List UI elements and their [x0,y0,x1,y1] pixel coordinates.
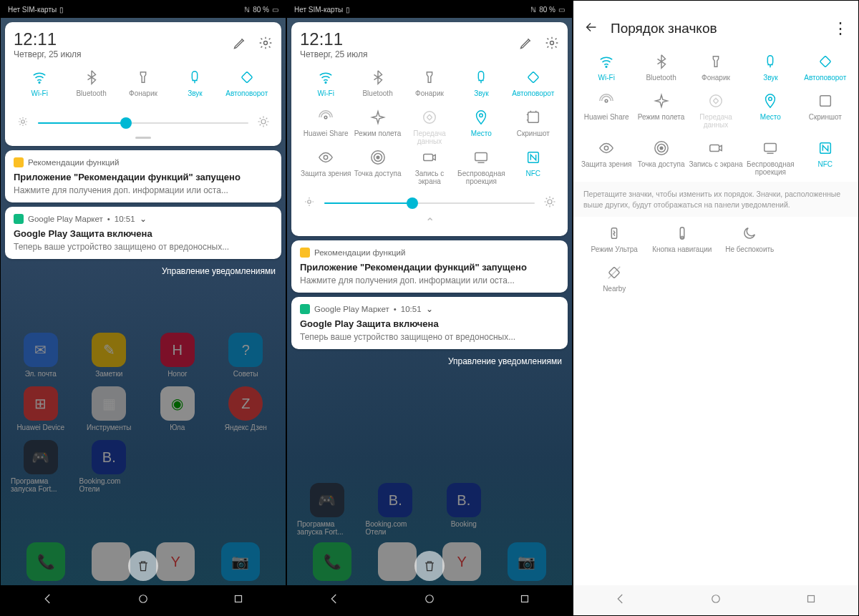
sim-status: Нет SIM-карты [8,6,57,14]
tile-screenshot[interactable]: Скриншот [798,93,853,129]
nav-home-icon[interactable] [709,592,722,608]
qs-nfc[interactable]: NFC [508,150,559,185]
tile-airplane[interactable]: Режим полета [634,93,688,129]
svg-point-12 [480,114,483,117]
svg-point-22 [548,200,552,204]
more-icon[interactable]: ⋮ [833,19,848,38]
tile-screenrec[interactable]: Запись с экрана [689,140,743,176]
tile-cast[interactable]: Беспроводная проекция [743,140,797,176]
qs-huawei-share[interactable]: Huawei Share [300,109,351,145]
qs-autorotate[interactable]: Автоповорот [221,69,273,105]
qs-screenrec[interactable]: Запись с экрана [404,150,455,185]
notif-title: Google Play Защита включена [14,228,273,239]
qs-bluetooth[interactable]: Bluetooth [65,69,117,105]
brightness-high-icon [543,195,556,211]
qs-eye-protect[interactable]: Защита зрения [300,150,351,185]
tile-flashlight[interactable]: Фонарик [689,54,743,82]
nav-back-icon[interactable] [42,592,54,608]
edit-icon[interactable] [519,36,533,53]
sim-icon: ▯ [59,6,64,14]
qs-flashlight[interactable]: Фонарик [404,69,455,105]
qs-sound[interactable]: Звук [169,69,220,105]
navigation-bar [1,585,286,615]
svg-rect-35 [710,145,719,151]
tile-location[interactable]: Место [743,93,797,129]
manage-notifications-link[interactable]: Управление уведомлениями [1,263,286,279]
nav-back-icon[interactable] [328,592,341,608]
tile-huawei-share[interactable]: Huawei Share [579,93,634,129]
svg-point-25 [606,66,607,67]
tile-dnd[interactable]: Не беспокоить [716,225,784,253]
notif-app-name: Google Play Маркет [28,215,103,223]
tile-ultra[interactable]: Режим Ультра [581,225,649,253]
qs-bluetooth[interactable]: Bluetooth [351,69,403,105]
nav-recent-icon[interactable] [232,592,245,608]
qs-sound[interactable]: Звук [455,69,507,105]
date-label: Четверг, 25 июля [300,49,368,59]
navigation-bar [573,585,858,615]
tile-nfc[interactable]: NFC [798,140,853,176]
edit-icon[interactable] [233,36,247,53]
tile-autorotate[interactable]: Автоповорот [798,54,853,82]
qs-flashlight[interactable]: Фонарик [117,69,169,105]
notif-app-name: Рекомендации функций [28,158,119,167]
gear-icon[interactable] [545,36,559,53]
back-icon[interactable] [583,19,599,38]
collapse-handle[interactable] [135,137,151,139]
svg-rect-26 [820,56,831,67]
nav-home-icon[interactable] [137,592,150,608]
nfc-icon: ℕ [244,6,250,14]
svg-point-8 [325,82,326,83]
qs-location[interactable]: Место [455,109,507,145]
page-title: Порядок значков [611,21,821,36]
notif-time: 10:51 [115,215,135,223]
tile-eye-protect[interactable]: Защита зрения [579,140,634,176]
qs-screenshot[interactable]: Скриншот [508,109,559,145]
brightness-low-icon [303,195,316,211]
notification-card-play[interactable]: Google Play Маркет • 10:51 ⌄ Google Play… [291,297,568,349]
tile-navbutton[interactable]: Кнопка навигации [649,225,717,253]
nav-home-icon[interactable] [423,592,436,608]
tile-sound[interactable]: Звук [743,54,797,82]
clear-notifications-button[interactable] [414,551,445,581]
nav-recent-icon[interactable] [805,592,817,608]
qs-data[interactable]: Передача данных [404,109,455,145]
notification-card-tips[interactable]: Рекомендации функций Приложение "Рекомен… [291,240,568,293]
notification-card-play[interactable]: Google Play Маркет • 10:51 ⌄ Google Play… [5,207,281,259]
qs-hotspot[interactable]: Точка доступа [351,150,403,185]
nav-recent-icon[interactable] [518,592,531,608]
tile-nearby[interactable]: Nearby [581,265,649,293]
clear-notifications-button[interactable] [128,551,158,581]
svg-point-7 [550,41,554,45]
svg-rect-19 [475,153,487,161]
svg-point-1 [39,82,40,83]
chevron-down-icon[interactable]: ⌄ [140,214,147,224]
qs-airplane[interactable]: Режим полета [351,109,403,145]
brightness-slider[interactable] [300,195,559,211]
svg-rect-36 [765,144,777,152]
tile-bluetooth[interactable]: Bluetooth [634,54,688,82]
quick-settings-panel-expanded: 12:11 Четверг, 25 июля Wi-Fi Bluetooth Ф… [291,22,568,236]
qs-cast[interactable]: Беспроводная проекция [455,150,507,185]
tile-data[interactable]: Передача данных [689,93,743,129]
chevron-down-icon[interactable]: ⌄ [426,304,433,314]
qs-autorotate[interactable]: Автоповорот [508,69,559,105]
expand-handle-up[interactable]: ⌃ [300,215,559,229]
date-label: Четверг, 25 июля [14,49,82,59]
qs-wifi[interactable]: Wi-Fi [14,69,65,105]
tile-wifi[interactable]: Wi-Fi [579,54,634,82]
gear-icon[interactable] [258,36,273,53]
manage-notifications-link[interactable]: Управление уведомлениями [287,353,572,369]
brightness-low-icon [16,115,29,131]
nav-back-icon[interactable] [614,592,627,608]
svg-point-5 [140,595,147,603]
notification-card-tips[interactable]: Рекомендации функций Приложение "Рекомен… [5,150,281,202]
qs-wifi[interactable]: Wi-Fi [300,69,351,105]
battery-percent: 80 % [253,6,269,14]
lightbulb-icon [14,157,24,167]
brightness-slider[interactable] [14,115,273,131]
svg-rect-2 [241,72,253,83]
tile-hotspot[interactable]: Точка доступа [634,140,688,176]
phone-screenshot-3: Порядок значков ⋮ Wi-Fi Bluetooth Фонари… [573,0,859,616]
svg-rect-43 [807,596,814,602]
